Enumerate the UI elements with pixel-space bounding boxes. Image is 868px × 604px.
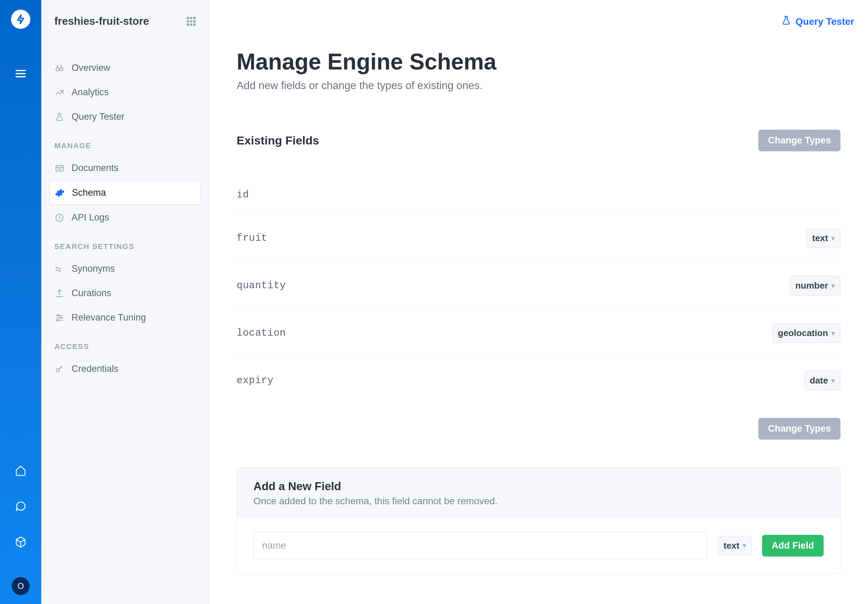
field-name: expiry bbox=[237, 375, 273, 386]
add-field-title: Add a New Field bbox=[253, 480, 824, 493]
add-field-button[interactable]: Add Field bbox=[762, 535, 824, 556]
clock-icon bbox=[54, 213, 65, 223]
chevron-down-icon: ▾ bbox=[832, 377, 835, 385]
new-field-name-input[interactable] bbox=[253, 532, 707, 559]
sidebar-nav: Overview Analytics Query Tester MANAGE D bbox=[41, 43, 209, 380]
field-type-select[interactable]: number ▾ bbox=[790, 276, 840, 295]
svg-point-5 bbox=[60, 67, 63, 70]
package-icon[interactable] bbox=[14, 535, 28, 549]
sliders-icon bbox=[54, 313, 65, 323]
existing-fields-heading: Existing Fields bbox=[237, 134, 319, 147]
add-field-panel: Add a New Field Once added to the schema… bbox=[237, 467, 840, 574]
sidebar: freshies-fruit-store Overview Analytics bbox=[41, 0, 209, 604]
nav-section-access: ACCESS bbox=[50, 331, 200, 356]
query-tester-link[interactable]: Query Tester bbox=[781, 15, 854, 28]
apps-grid-icon[interactable] bbox=[187, 17, 196, 26]
home-icon[interactable] bbox=[14, 464, 28, 477]
sidebar-item-label: Synonyms bbox=[71, 264, 115, 274]
query-tester-label: Query Tester bbox=[795, 16, 854, 27]
field-type-select[interactable]: geolocation ▾ bbox=[772, 323, 840, 343]
new-field-type-select[interactable]: text ▾ bbox=[718, 536, 752, 556]
field-name: id bbox=[237, 189, 249, 200]
sidebar-item-label: Credentials bbox=[71, 363, 119, 374]
sidebar-item-label: Schema bbox=[72, 188, 106, 198]
sidebar-item-label: Overview bbox=[71, 63, 110, 73]
chevron-down-icon: ▾ bbox=[832, 329, 835, 337]
add-field-subtitle: Once added to the schema, this field can… bbox=[253, 496, 824, 507]
sidebar-item-schema[interactable]: Schema bbox=[50, 181, 200, 205]
field-name: fruit bbox=[237, 233, 268, 244]
chat-icon[interactable] bbox=[14, 500, 28, 513]
field-row: fruit text ▾ bbox=[237, 214, 840, 262]
chevron-down-icon: ▾ bbox=[832, 234, 835, 242]
engine-name: freshies-fruit-store bbox=[54, 15, 149, 28]
flask-icon bbox=[781, 15, 791, 28]
hamburger-menu-icon[interactable] bbox=[14, 67, 28, 81]
sidebar-item-label: API Logs bbox=[71, 212, 109, 223]
field-type-select[interactable]: text ▾ bbox=[806, 228, 840, 248]
field-row: location geolocation ▾ bbox=[237, 310, 840, 357]
sidebar-item-label: Documents bbox=[71, 163, 119, 173]
sidebar-item-label: Analytics bbox=[71, 87, 108, 98]
sidebar-item-label: Query Tester bbox=[71, 112, 124, 122]
user-avatar[interactable]: O bbox=[12, 577, 29, 595]
field-name: quantity bbox=[237, 280, 286, 291]
chevron-down-icon: ▾ bbox=[743, 542, 746, 549]
nav-section-search-settings: SEARCH SETTINGS bbox=[50, 230, 200, 256]
app-logo[interactable] bbox=[11, 9, 30, 29]
sidebar-item-analytics[interactable]: Analytics bbox=[50, 81, 200, 104]
fields-list: id fruit text ▾ quantity number ▾ bbox=[237, 175, 840, 404]
sidebar-item-label: Curations bbox=[71, 288, 112, 298]
chevron-down-icon: ▾ bbox=[832, 282, 835, 290]
svg-point-17 bbox=[57, 319, 59, 321]
analytics-icon bbox=[54, 87, 65, 98]
field-name: location bbox=[237, 328, 286, 339]
left-rail: O bbox=[0, 0, 41, 604]
sidebar-item-query-tester[interactable]: Query Tester bbox=[50, 105, 200, 128]
field-type-select[interactable]: date ▾ bbox=[804, 371, 840, 390]
documents-icon bbox=[54, 163, 65, 173]
main-content: Query Tester Manage Engine Schema Add ne… bbox=[209, 0, 868, 604]
sidebar-item-documents[interactable]: Documents bbox=[50, 157, 200, 180]
curations-icon bbox=[54, 288, 65, 298]
field-row: id bbox=[237, 175, 840, 214]
svg-point-4 bbox=[56, 67, 59, 70]
nav-section-manage: MANAGE bbox=[50, 130, 200, 155]
page-title: Manage Engine Schema bbox=[237, 48, 840, 75]
synonyms-icon bbox=[54, 264, 65, 274]
gear-icon bbox=[55, 188, 65, 198]
sidebar-item-curations[interactable]: Curations bbox=[50, 282, 200, 305]
change-types-button-top[interactable]: Change Types bbox=[758, 130, 840, 151]
binoculars-icon bbox=[54, 63, 65, 73]
flask-icon bbox=[54, 112, 65, 122]
field-row: quantity number ▾ bbox=[237, 262, 840, 310]
sidebar-item-overview[interactable]: Overview bbox=[50, 56, 200, 79]
sidebar-item-api-logs[interactable]: API Logs bbox=[50, 206, 200, 229]
field-row: expiry date ▾ bbox=[237, 357, 840, 404]
sidebar-item-synonyms[interactable]: Synonyms bbox=[50, 257, 200, 280]
svg-point-15 bbox=[60, 317, 62, 318]
svg-rect-6 bbox=[56, 165, 63, 171]
change-types-button-bottom[interactable]: Change Types bbox=[758, 418, 840, 439]
key-icon bbox=[54, 364, 65, 374]
page-subtitle: Add new fields or change the types of ex… bbox=[237, 79, 840, 92]
svg-point-13 bbox=[57, 314, 59, 316]
sidebar-item-credentials[interactable]: Credentials bbox=[50, 357, 200, 380]
sidebar-item-relevance-tuning[interactable]: Relevance Tuning bbox=[50, 306, 200, 329]
sidebar-item-label: Relevance Tuning bbox=[71, 312, 146, 323]
